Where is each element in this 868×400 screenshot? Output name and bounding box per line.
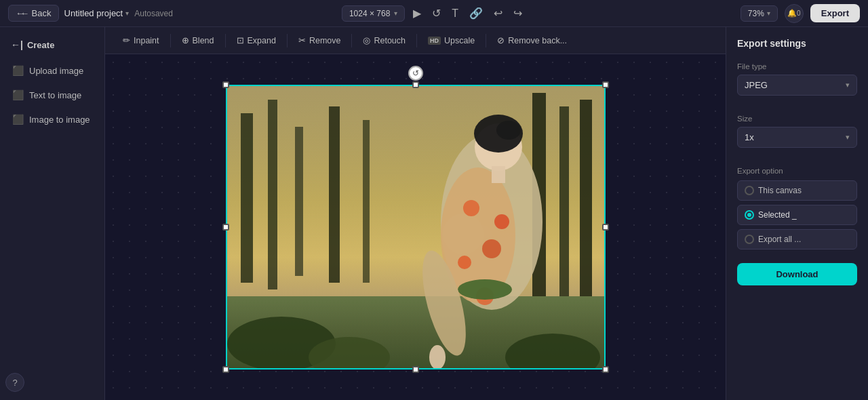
forward-button[interactable]: ↪ bbox=[509, 4, 526, 22]
inpaint-tool[interactable]: ✏ Inpaint bbox=[116, 32, 166, 49]
create-label: Create bbox=[27, 40, 54, 50]
svg-point-29 bbox=[429, 345, 446, 369]
resolution-arrow-icon: ▾ bbox=[394, 9, 397, 17]
help-button[interactable]: ? bbox=[5, 373, 24, 392]
export-all-radio bbox=[745, 235, 754, 244]
handle-middle-right[interactable] bbox=[602, 224, 609, 231]
notification-icon: 🔔 bbox=[787, 9, 797, 18]
inpaint-label: Inpaint bbox=[134, 36, 159, 45]
upload-icon: ⬛ bbox=[12, 65, 24, 76]
handle-middle-left[interactable] bbox=[222, 224, 229, 231]
project-title-text: Untitled project bbox=[64, 8, 123, 18]
toolbar-divider-1 bbox=[170, 34, 171, 47]
inpaint-icon: ✏ bbox=[123, 35, 130, 45]
expand-tool[interactable]: ⊡ Expand bbox=[230, 32, 283, 49]
this-canvas-radio bbox=[745, 186, 754, 195]
retouch-label: Retouch bbox=[374, 36, 406, 45]
undo-button[interactable]: ↩ bbox=[490, 4, 507, 22]
export-button[interactable]: Export bbox=[810, 4, 860, 22]
back-button[interactable]: ← ← Back bbox=[8, 5, 59, 22]
upscale-hd-badge: HD bbox=[428, 37, 441, 45]
upscale-tool[interactable]: HD Upscale bbox=[421, 33, 481, 49]
toolbar-divider-5 bbox=[416, 34, 417, 47]
topbar-center: 1024 × 768 ▾ ▶ ↺ T 🔗 ↩ ↪ bbox=[342, 4, 526, 22]
text-tool-button[interactable]: T bbox=[448, 5, 462, 22]
export-option-section: Export option This canvas Selected _ Exp… bbox=[737, 167, 857, 249]
file-type-arrow-icon: ▾ bbox=[846, 81, 850, 89]
expand-label: Expand bbox=[248, 36, 276, 45]
remove-bg-tool[interactable]: ⊘ Remove back... bbox=[490, 32, 574, 49]
remove-bg-label: Remove back... bbox=[508, 36, 567, 45]
sidebar-item-text-to-image[interactable]: ⬛ Text to image bbox=[5, 84, 99, 106]
resolution-badge[interactable]: 1024 × 768 ▾ bbox=[342, 5, 405, 22]
handle-bottom-right[interactable] bbox=[602, 366, 609, 373]
svg-rect-7 bbox=[329, 106, 340, 283]
export-all-option[interactable]: Export all ... bbox=[737, 229, 857, 249]
selected-radio bbox=[745, 210, 754, 220]
handle-bottom-left[interactable] bbox=[222, 366, 229, 373]
project-title[interactable]: Untitled project ▾ bbox=[64, 8, 130, 18]
svg-rect-8 bbox=[363, 120, 370, 283]
remove-label: Remove bbox=[309, 36, 341, 45]
svg-rect-5 bbox=[268, 100, 277, 289]
remove-tool[interactable]: ✂ Remove bbox=[292, 32, 348, 49]
file-type-section: File type JPEG ▾ bbox=[737, 62, 857, 104]
handle-top-left[interactable] bbox=[222, 81, 229, 88]
expand-icon: ⊡ bbox=[237, 35, 244, 45]
redo-button[interactable]: ↺ bbox=[428, 4, 445, 22]
retouch-tool[interactable]: ◎ Retouch bbox=[356, 32, 412, 49]
size-label: Size bbox=[737, 115, 857, 123]
svg-point-26 bbox=[496, 121, 521, 140]
file-type-select[interactable]: JPEG ▾ bbox=[737, 75, 857, 96]
size-arrow-icon: ▾ bbox=[846, 133, 850, 142]
handle-bottom-middle[interactable] bbox=[412, 366, 419, 373]
handle-top-right[interactable] bbox=[602, 81, 609, 88]
notification-button[interactable]: 🔔 0 bbox=[785, 4, 804, 23]
toolbar-divider-3 bbox=[287, 34, 288, 47]
export-option-label: Export option bbox=[737, 167, 857, 175]
link-button[interactable]: 🔗 bbox=[465, 4, 487, 22]
retouch-icon: ◎ bbox=[363, 35, 370, 45]
remove-bg-icon: ⊘ bbox=[497, 35, 505, 45]
file-type-label: File type bbox=[737, 62, 857, 71]
topbar-left: ← ← Back Untitled project ▾ Autosaved bbox=[8, 5, 173, 22]
topbar-right: 73% ▾ 🔔 0 Export bbox=[741, 4, 860, 23]
size-section: Size 1x ▾ bbox=[737, 115, 857, 156]
toolbar-divider-2 bbox=[225, 34, 226, 47]
blend-icon: ⊕ bbox=[182, 35, 189, 45]
export-settings-header: Export settings ↗ bbox=[737, 38, 857, 52]
svg-point-19 bbox=[482, 239, 501, 258]
notification-count: 0 bbox=[797, 9, 801, 17]
handle-top-middle[interactable] bbox=[412, 81, 419, 88]
project-dropdown-icon: ▾ bbox=[125, 9, 129, 17]
svg-rect-11 bbox=[580, 100, 592, 296]
export-option-buttons: This canvas Selected _ Export all ... bbox=[737, 180, 857, 249]
this-canvas-option[interactable]: This canvas bbox=[737, 180, 857, 201]
blend-tool[interactable]: ⊕ Blend bbox=[175, 32, 221, 49]
zoom-control[interactable]: 73% ▾ bbox=[741, 5, 778, 22]
download-button[interactable]: Download bbox=[737, 263, 857, 285]
selected-option[interactable]: Selected _ bbox=[737, 205, 857, 225]
svg-rect-6 bbox=[295, 127, 303, 276]
selected-label: Selected _ bbox=[758, 210, 797, 220]
size-select[interactable]: 1x ▾ bbox=[737, 127, 857, 148]
canvas-area: ✏ Inpaint ⊕ Blend ⊡ Expand ✂ Remove ◎ Re… bbox=[105, 27, 726, 400]
image-to-image-icon: ⬛ bbox=[12, 114, 24, 125]
canvas-container[interactable]: ↺ bbox=[105, 54, 726, 400]
topbar-tools: ▶ ↺ T 🔗 ↩ ↪ bbox=[409, 4, 526, 22]
canvas-image-wrapper: ↺ bbox=[226, 85, 606, 369]
export-all-label: Export all ... bbox=[758, 235, 801, 244]
sidebar-item-image-to-image[interactable]: ⬛ Image to image bbox=[5, 108, 99, 130]
zoom-text: 73% bbox=[748, 9, 764, 18]
blend-label: Blend bbox=[193, 36, 214, 45]
upscale-label: Upscale bbox=[444, 36, 475, 45]
svg-rect-4 bbox=[241, 113, 253, 283]
toolbar-row: ✏ Inpaint ⊕ Blend ⊡ Expand ✂ Remove ◎ Re… bbox=[105, 27, 726, 54]
rotate-handle[interactable]: ↺ bbox=[408, 66, 423, 81]
sidebar-item-upload[interactable]: ⬛ Upload image bbox=[5, 60, 99, 81]
play-button[interactable]: ▶ bbox=[409, 4, 425, 22]
panel-title: Export settings bbox=[737, 38, 857, 49]
svg-rect-10 bbox=[559, 106, 569, 296]
file-type-value: JPEG bbox=[745, 80, 768, 90]
main-area: ←| Create ⬛ Upload image ⬛ Text to image… bbox=[0, 27, 868, 400]
